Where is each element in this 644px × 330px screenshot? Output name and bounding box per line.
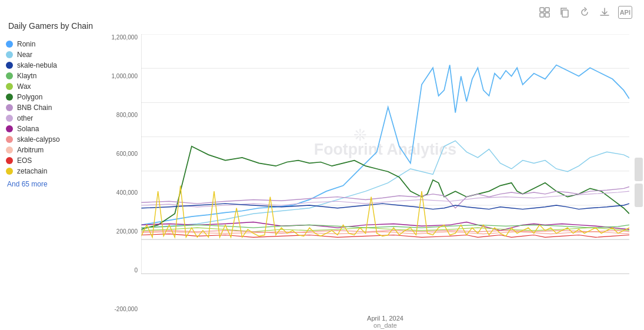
legend-label-zetachain: zetachain [17, 167, 47, 175]
svg-rect-3 [545, 13, 549, 17]
y-label-4: 400,000 [116, 189, 138, 196]
line-chart: Footprint Analytics ❊ [141, 34, 629, 275]
legend-item-near[interactable]: Near [6, 51, 100, 59]
y-label-7: -200,000 [115, 306, 138, 312]
toolbar: API [6, 6, 638, 19]
svg-rect-1 [545, 8, 549, 12]
chart-title: Daily Gamers by Chain [8, 21, 638, 31]
svg-text:Footprint Analytics: Footprint Analytics [314, 141, 456, 158]
scroll-buttons [635, 158, 643, 207]
legend-dot-near [6, 51, 13, 58]
legend-item-eos[interactable]: EOS [6, 156, 100, 165]
legend-dot-eos [6, 157, 13, 164]
legend-label-wax: Wax [17, 82, 31, 91]
y-label-5: 200,000 [116, 228, 138, 235]
y-label-3: 600,000 [116, 151, 138, 157]
y-label-2: 800,000 [116, 112, 138, 118]
refresh-icon[interactable] [578, 6, 591, 19]
legend-item-solana[interactable]: Solana [6, 125, 100, 133]
chart-wrapper: 1,200,000 1,000,000 800,000 600,000 400,… [100, 34, 638, 330]
legend-item-polygon[interactable]: Polygon [6, 93, 100, 101]
legend-dot-skale-calypso [6, 136, 13, 143]
legend-item-skale-calypso[interactable]: skale-calypso [6, 135, 100, 144]
legend-label-solana: Solana [17, 125, 39, 133]
legend-item-bnb[interactable]: BNB Chain [6, 104, 100, 112]
legend-item-wax[interactable]: Wax [6, 82, 100, 91]
legend-label-skale-nebula: skale-nebula [17, 61, 57, 69]
y-label-6: 0 [134, 267, 138, 274]
y-label-0: 1,200,000 [112, 34, 138, 41]
scroll-up-button[interactable] [635, 158, 643, 181]
legend-dot-solana [6, 125, 13, 132]
legend-item-klaytn[interactable]: Klaytn [6, 72, 100, 80]
legend-label-skale-calypso: skale-calypso [17, 135, 60, 144]
legend-item-zetachain[interactable]: zetachain [6, 167, 100, 175]
legend-dot-skale-nebula [6, 62, 13, 69]
legend-label-other: other [17, 114, 33, 122]
legend-label-arbitrum: Arbitrum [17, 146, 44, 154]
legend-item-skale-nebula[interactable]: skale-nebula [6, 61, 100, 69]
x-axis: April 1, 2024 on_date [141, 312, 629, 330]
legend-label-bnb: BNB Chain [17, 104, 52, 112]
legend-dot-bnb [6, 104, 13, 111]
x-axis-label: April 1, 2024 [367, 315, 403, 322]
download-icon[interactable] [598, 6, 611, 19]
legend-dot-other [6, 115, 13, 122]
svg-rect-2 [540, 13, 544, 17]
legend-dot-klaytn [6, 72, 13, 79]
legend-more[interactable]: And 65 more [7, 180, 100, 188]
svg-rect-0 [540, 8, 544, 12]
legend-label-eos: EOS [17, 156, 32, 165]
svg-text:❊: ❊ [353, 126, 367, 144]
y-axis: 1,200,000 1,000,000 800,000 600,000 400,… [100, 34, 141, 312]
legend-dot-ronin [6, 41, 13, 48]
y-label-1: 1,000,000 [112, 73, 138, 79]
main-container: API Daily Gamers by Chain Ronin Near ska… [0, 0, 644, 330]
legend-label-near: Near [17, 51, 32, 59]
legend-item-arbitrum[interactable]: Arbitrum [6, 146, 100, 154]
legend-dot-wax [6, 83, 13, 90]
api-icon[interactable]: API [618, 6, 632, 19]
legend-dot-polygon [6, 94, 13, 101]
legend-item-other[interactable]: other [6, 114, 100, 122]
legend-label-ronin: Ronin [17, 40, 35, 48]
legend-label-polygon: Polygon [17, 93, 42, 101]
legend-dot-arbitrum [6, 146, 13, 154]
legend-label-klaytn: Klaytn [17, 72, 36, 80]
svg-rect-4 [562, 10, 568, 17]
legend-item-ronin[interactable]: Ronin [6, 40, 100, 48]
copy-icon[interactable] [558, 6, 571, 19]
scroll-down-button[interactable] [635, 184, 643, 207]
table-icon[interactable] [538, 6, 551, 19]
legend: Ronin Near skale-nebula Klaytn Wax Polyg… [6, 34, 100, 330]
chart-area: Ronin Near skale-nebula Klaytn Wax Polyg… [6, 34, 638, 330]
legend-dot-zetachain [6, 168, 13, 175]
x-axis-name: on_date [373, 322, 397, 329]
